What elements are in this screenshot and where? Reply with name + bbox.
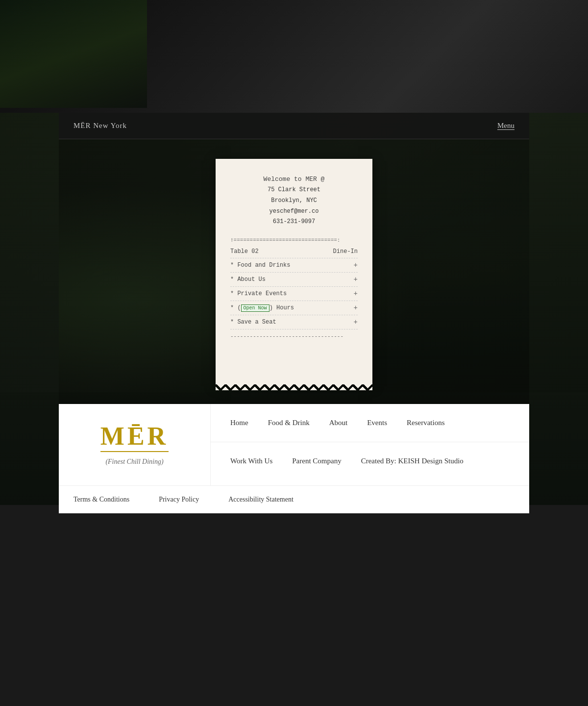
receipt-item-seat-plus: + — [354, 318, 358, 326]
footer-nav-top: Home Food & Drink About Events Reservati… — [211, 404, 529, 442]
footer-link-work-with-us[interactable]: Work With Us — [230, 457, 272, 465]
mer-logo-text: MĒR — [100, 424, 169, 449]
receipt-item-events[interactable]: * Private Events + — [230, 287, 358, 301]
receipt-phone: 631-231-9097 — [230, 217, 358, 227]
receipt-item-hours[interactable]: * (Open Now) Hours + — [230, 301, 358, 315]
receipt-welcome: Welcome to MER @ — [230, 174, 358, 185]
footer-legal: Terms & Conditions Privacy Policy Access… — [59, 486, 529, 513]
footer-section: MĒR (Finest Chill Dining) Home Food & Dr… — [59, 404, 529, 513]
receipt-city: Brooklyn, NYC — [230, 196, 358, 206]
site-header: MĒR New York Menu — [59, 113, 529, 139]
bg-photo-left — [0, 0, 147, 108]
receipt-item-hours-label: * (Open Now) Hours — [230, 304, 294, 311]
receipt-separator-bottom: ----------------------------------- — [230, 333, 358, 339]
created-by-text: Created By: KEISH Design Studio — [361, 457, 464, 465]
main-content-area: MĒR New York Menu Welcome to MER @ 75 Cl… — [59, 113, 529, 513]
footer-link-events[interactable]: Events — [367, 419, 387, 427]
menu-button[interactable]: Menu — [497, 122, 514, 130]
footer-link-about[interactable]: About — [329, 419, 348, 427]
footer-legal-privacy[interactable]: Privacy Policy — [159, 496, 199, 504]
footer-brand: MĒR (Finest Chill Dining) — [59, 404, 211, 485]
footer-link-food-drink[interactable]: Food & Drink — [268, 419, 310, 427]
receipt-item-food[interactable]: * Food and Drinks + — [230, 258, 358, 273]
footer-link-reservations[interactable]: Reservations — [407, 419, 444, 427]
receipt-header: Welcome to MER @ 75 Clark Street Brookly… — [230, 174, 358, 227]
receipt-item-about-label: * About Us — [230, 276, 266, 283]
footer-main: MĒR (Finest Chill Dining) Home Food & Dr… — [59, 404, 529, 486]
footer-nav-bottom: Work With Us Parent Company Created By: … — [211, 442, 529, 480]
receipt-item-seat[interactable]: * Save a Seat + — [230, 315, 358, 329]
receipt-email: yeschef@mer.co — [230, 206, 358, 217]
receipt-item-about[interactable]: * About Us + — [230, 273, 358, 287]
mer-logo-line — [100, 451, 169, 452]
open-now-badge: Open Now — [241, 304, 270, 312]
receipt-item-events-label: * Private Events — [230, 290, 287, 297]
footer-legal-accessibility[interactable]: Accessibility Statement — [228, 496, 294, 504]
site-logo: MĒR New York — [74, 122, 127, 130]
receipt-table-label: Table 02 — [230, 248, 259, 255]
receipt-item-seat-label: * Save a Seat — [230, 319, 276, 326]
receipt-container: Welcome to MER @ 75 Clark Street Brookly… — [59, 139, 529, 404]
footer-link-home[interactable]: Home — [230, 419, 248, 427]
receipt-item-events-plus: + — [354, 290, 358, 298]
receipt-card: Welcome to MER @ 75 Clark Street Brookly… — [216, 159, 372, 384]
receipt-item-food-label: * Food and Drinks — [230, 262, 290, 269]
receipt-separator-top: !================================: — [230, 237, 358, 243]
footer-nav: Home Food & Drink About Events Reservati… — [211, 404, 529, 485]
receipt-dine-type: Dine-In — [333, 248, 358, 255]
footer-legal-terms[interactable]: Terms & Conditions — [74, 496, 129, 504]
mer-logo: MĒR — [100, 424, 169, 454]
created-by-link[interactable]: KEISH Design Studio — [398, 457, 463, 465]
mer-tagline: (Finest Chill Dining) — [105, 458, 163, 466]
created-by-label: Created By: — [361, 457, 396, 465]
receipt-item-about-plus: + — [354, 276, 358, 283]
receipt-street: 75 Clark Street — [230, 185, 358, 196]
receipt-item-food-plus: + — [354, 261, 358, 269]
receipt-table-row: Table 02 Dine-In — [230, 245, 358, 258]
receipt-item-hours-plus: + — [354, 304, 358, 312]
footer-link-parent-company[interactable]: Parent Company — [292, 457, 341, 465]
